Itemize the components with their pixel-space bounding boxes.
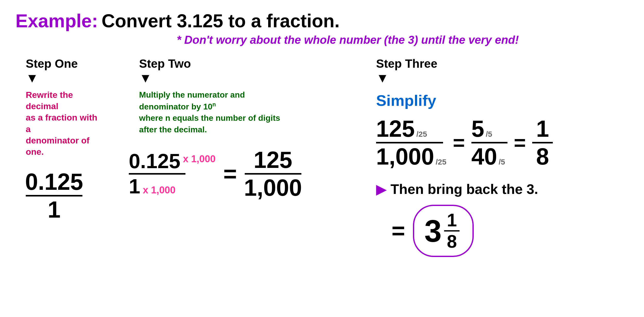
frac2-line: [471, 142, 507, 143]
frac3-num: 1: [536, 117, 549, 140]
final-equals: =: [392, 218, 405, 244]
step-three-arrow: ▼: [376, 72, 389, 84]
step-three-simplify: Simplify: [376, 92, 436, 109]
step-three-frac3: 1 8: [532, 117, 553, 168]
step-three-equation: 125 /25 1,000 /25 = 5 /5 40 /: [376, 117, 553, 168]
example-label: Example:: [15, 10, 98, 31]
frac2-num: 5: [471, 117, 484, 140]
step-three: Step Three ▼ Simplify 125 /25 1,000 /25 …: [355, 57, 629, 257]
step-two-fraction: 0.125 x 1,000 1 x 1,000: [129, 151, 216, 197]
step-two-arrow: ▼: [139, 72, 152, 84]
bring-back-container: ▶ Then bring back the 3.: [376, 181, 538, 197]
frac2-num-row: 5 /5: [471, 117, 492, 140]
step-three-frac1: 125 /25 1,000 /25: [376, 117, 446, 168]
frac1-line: [376, 142, 443, 143]
frac1-annot-den: /25: [436, 158, 446, 166]
title-container: Example: Convert 3.125 to a fraction.: [15, 10, 629, 31]
step-one-description: Rewrite the decimalas a fraction with ad…: [26, 89, 103, 157]
step-three-eq1: =: [453, 132, 465, 153]
step-one-label: Step One: [26, 57, 78, 71]
final-whole-number: 3: [425, 216, 442, 246]
step-two-result-line: [245, 173, 301, 175]
step-two-desc-part2: where n equals the number of digits afte…: [139, 113, 280, 134]
steps-container: Step One ▼ Rewrite the decimalas a fract…: [15, 57, 629, 257]
step-one-arrow: ▼: [26, 72, 39, 84]
step-two-desc-part1: Multiply the numerator and denominator b…: [139, 90, 245, 111]
step-one-numerator: 0.125: [25, 170, 83, 193]
final-fraction: 1 8: [444, 211, 460, 251]
step-two-num-row: 0.125 x 1,000: [129, 151, 216, 172]
final-frac-den: 8: [447, 233, 457, 251]
frac3-line: [532, 142, 553, 143]
step-one: Step One ▼ Rewrite the decimalas a fract…: [15, 57, 124, 221]
frac2-den: 40: [471, 145, 497, 168]
step-two-result: 125 1,000: [245, 148, 301, 199]
step-three-label: Step Three: [376, 57, 437, 71]
subtitle: * Don't worry about the whole number (th…: [67, 33, 629, 46]
step-two: Step Two ▼ Multiply the numerator and de…: [124, 57, 355, 199]
step-two-result-den: 1,000: [244, 176, 302, 199]
step-two-frac-num: 0.125: [129, 151, 180, 172]
frac1-num-row: 125 /25: [376, 117, 427, 140]
step-one-denominator: 1: [48, 198, 61, 221]
frac1-num: 125: [376, 117, 415, 140]
bring-back-text: Then bring back the 3.: [391, 181, 538, 197]
step-two-mult-num: x 1,000: [183, 153, 216, 165]
step-two-result-num: 125: [253, 148, 292, 172]
step-two-frac-den: 1: [129, 176, 140, 197]
step-two-denom-row: 1 x 1,000: [129, 176, 175, 197]
step-three-eq2: =: [514, 132, 526, 153]
step-two-line: [129, 173, 185, 175]
step-three-frac2: 5 /5 40 /5: [471, 117, 507, 168]
step-one-fraction: 0.125 1: [26, 170, 82, 221]
superscript-n: n: [213, 101, 216, 108]
bring-back-arrow: ▶: [376, 182, 387, 196]
frac2-annot-num: /5: [486, 130, 492, 139]
frac1-den-row: 1,000 /25: [376, 145, 446, 168]
frac1-den: 1,000: [376, 145, 434, 168]
frac2-annot-den: /5: [499, 158, 505, 166]
step-one-fraction-line: [26, 195, 82, 196]
final-frac-num: 1: [447, 211, 457, 229]
main-title: Convert 3.125 to a fraction.: [101, 10, 340, 31]
step-two-equals: =: [223, 162, 237, 185]
step-two-equation: 0.125 x 1,000 1 x 1,000 = 125 1,000: [129, 148, 301, 199]
final-answer-row: = 3 1 8: [392, 205, 474, 257]
frac1-annot-num: /25: [416, 130, 427, 139]
step-two-mult-den: x 1,000: [143, 185, 176, 196]
circled-answer: 3 1 8: [413, 205, 474, 257]
step-two-label: Step Two: [139, 57, 191, 71]
frac2-den-row: 40 /5: [471, 145, 505, 168]
frac3-den: 8: [536, 145, 549, 168]
step-two-description: Multiply the numerator and denominator b…: [139, 89, 294, 135]
